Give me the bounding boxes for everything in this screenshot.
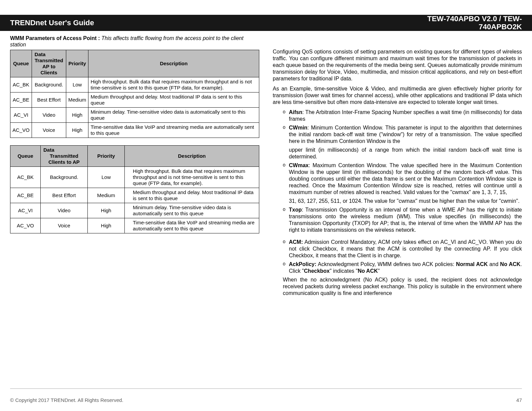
table-header-row: Queue Data Transmitted AP to Clients Pri… [10,50,259,77]
table-clients-to-ap: Queue Data Transmitted Clients to AP Pri… [10,145,259,233]
footer: © Copyright 2017 TRENDnet. All Rights Re… [10,397,522,403]
table-row: AC_VIVideoHighMinimum delay. Time-sensit… [10,203,259,218]
th-description: Description [88,50,259,77]
content-area: WMM Parameters of Access Point : This af… [10,35,522,387]
bullet-cwmax-extra: 31, 63, 127, 255, 511, or 1024. The valu… [283,198,522,204]
footer-copyright: © Copyright 2017 TRENDnet. All Rights Re… [10,397,123,403]
left-column: WMM Parameters of Access Point : This af… [10,35,259,387]
th-queue: Queue [10,50,32,77]
header-title-left: TRENDnet User's Guide [10,18,94,27]
footer-page-number: 47 [516,397,522,403]
bullet-aifsn: Aifsn: The Arbitration Inter-Frame Spaci… [283,109,522,122]
bullet-txop: Txop: Transmission Opportunity is an int… [283,207,522,233]
table-row: AC_VOVoiceHighTime-sensitive data like V… [10,218,259,233]
th-queue: Queue [10,146,41,167]
th-priority: Priority [66,50,88,77]
th-data: Data Transmitted Clients to AP [41,146,88,167]
document-header: TRENDnet User's Guide TEW-740APBO V2.0 /… [0,15,532,31]
bullet-acm: ACM: Admission Control Mandatory, ACM on… [283,239,522,259]
table-row: AC_BEBest EffortMediumMedium throughput … [10,92,259,108]
bullet-cwmax: CWmax: Maximum Contention Window. The va… [283,162,522,196]
table-row: AC_BKBackground.LowHigh throughput. Bulk… [10,167,259,188]
footer-divider [10,388,522,389]
table-row: AC_VIVideoHighMinimum delay. Time-sensit… [10,108,259,123]
th-data: Data Transmitted AP to Clients [32,50,66,77]
trailing-paragraph: When the no acknowledgment (No ACK) poli… [273,276,522,297]
wmm-intro-lead: WMM Parameters of Access Point : [10,35,100,41]
bullet-list: Aifsn: The Arbitration Inter-Frame Spaci… [273,109,522,274]
table-ap-to-clients: Queue Data Transmitted AP to Clients Pri… [10,50,259,138]
table-row: AC_VOVoiceHighTime-sensitive data like V… [10,123,259,138]
table-row: AC_BEBest EffortMediumMedium throughput … [10,188,259,203]
bullet-cwmin: CWmin: Minimum Contention Window. This p… [283,124,522,145]
bullet-cwmin-extra: upper limit (in milliseconds) of a range… [283,147,522,160]
th-description: Description [125,146,259,167]
table-header-row: Queue Data Transmitted Clients to AP Pri… [10,146,259,167]
table-row: AC_BKBackground.LowHigh throughput. Bulk… [10,77,259,92]
header-title-right: TEW-740APBO V2.0 / TEW- 740APBO2K [427,15,522,31]
th-priority: Priority [88,146,125,167]
wmm-intro: WMM Parameters of Access Point : This af… [10,35,259,48]
bullet-ackpolicy: AckPolicy: Acknowledgment Policy, WMM de… [283,261,522,274]
qos-para2: As an Example, time-sensitive Voice & Vi… [273,85,522,106]
right-column: Configuring QoS options consists of sett… [273,35,522,387]
qos-para1: Configuring QoS options consists of sett… [273,48,522,82]
